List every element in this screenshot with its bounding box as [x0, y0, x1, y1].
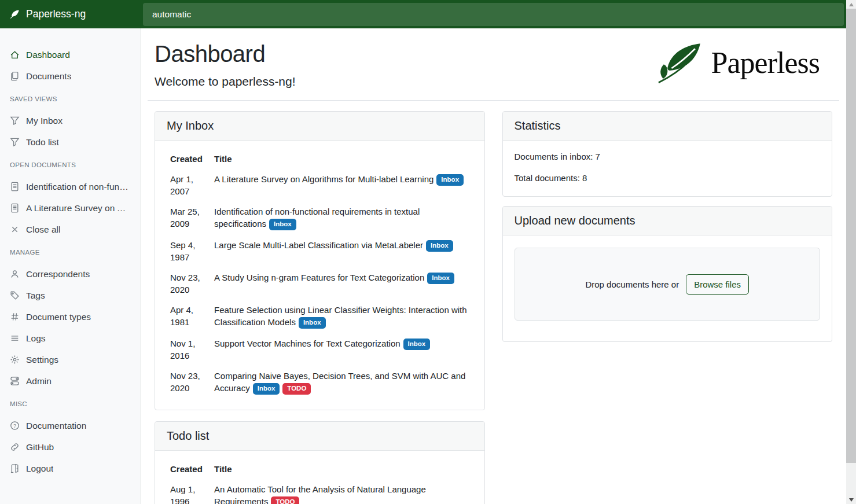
card-body: Created Title Apr 1, 2007 A Literature S…	[155, 141, 484, 410]
sidebar-item-label: Documentation	[26, 420, 86, 432]
document-title-link[interactable]: A Study Using n-gram Features for Text C…	[214, 273, 424, 282]
sidebar-item-logout[interactable]: Logout	[0, 458, 140, 479]
sidebar-item-my-inbox[interactable]: My Inbox	[0, 110, 140, 131]
document-created-date: Sep 4, 1987	[164, 235, 208, 267]
todo-table: Created Title Aug 1, 1996 An Automatic T…	[164, 459, 475, 504]
dashboard-grid: My Inbox Created Title	[155, 111, 832, 504]
document-created-date: Apr 4, 1981	[164, 300, 208, 333]
svg-text:?: ?	[13, 423, 16, 429]
files-icon	[10, 71, 20, 81]
document-title-link[interactable]: Support Vector Machines for Text Categor…	[214, 339, 401, 348]
sidebar-item-label: Todo list	[26, 136, 59, 148]
sidebar-section-open-documents: OPEN DOCUMENTS Identification of non-fun…	[0, 161, 140, 240]
document-title-link[interactable]: Large Scale Multi-Label Classification v…	[214, 240, 423, 250]
document-row[interactable]: Aug 1, 1996 An Automatic Tool for the An…	[164, 479, 475, 504]
sidebar-item-label: A Literature Survey on Algori...	[26, 202, 130, 214]
document-title-link[interactable]: A Literature Survey on Algorithms for Mu…	[214, 174, 433, 184]
page-header-text: Dashboard Welcome to paperless-ng!	[155, 36, 296, 93]
upload-dropzone[interactable]: Drop documents here or Browse files	[515, 248, 821, 321]
welcome-text: Welcome to paperless-ng!	[155, 73, 296, 90]
funnel-icon	[10, 137, 20, 147]
file-text-icon	[10, 182, 20, 192]
tag-badge: TODO	[282, 383, 311, 395]
statistics-card: Statistics Documents in inbox: 7 Total d…	[502, 111, 833, 197]
sidebar-item-label: My Inbox	[26, 115, 63, 127]
column-header-created: Created	[164, 459, 208, 479]
app-root: Paperless-ng Dashboard Documents SAVED V…	[0, 0, 856, 504]
document-row[interactable]: Nov 23, 2020 Comparing Naive Bayes, Deci…	[164, 366, 475, 399]
statistics-line: Documents in inbox: 7	[515, 150, 821, 163]
document-title-link[interactable]: An Automatic Tool for the Analysis of Na…	[214, 484, 426, 504]
header-divider	[148, 100, 839, 101]
document-title-link[interactable]: Feature Selection using Linear Classifie…	[214, 305, 467, 327]
sidebar-item-logs[interactable]: Logs	[0, 328, 140, 349]
sidebar-item-dashboard[interactable]: Dashboard	[0, 44, 140, 65]
sidebar-item-documents[interactable]: Documents	[0, 65, 140, 87]
funnel-icon	[10, 116, 20, 126]
scroll-up-arrow[interactable]	[846, 0, 856, 9]
inbox-table: Created Title Apr 1, 2007 A Literature S…	[164, 149, 475, 399]
page-header: Dashboard Welcome to paperless-ng! Paper…	[155, 36, 832, 93]
sidebar-item-correspondents[interactable]: Correspondents	[0, 263, 140, 285]
sidebar-item-admin[interactable]: Admin	[0, 370, 140, 392]
upload-card: Upload new documents Drop documents here…	[502, 206, 833, 342]
sidebar-section-misc: MISC ? Documentation GitHub Logout	[0, 400, 140, 479]
sidebar-item-label: Correspondents	[26, 268, 90, 280]
sidebar-item-label: Documents	[26, 70, 71, 82]
tag-badge: Inbox	[436, 174, 464, 186]
card-body: Drop documents here or Browse files	[503, 236, 832, 341]
card-title: Upload new documents	[503, 207, 832, 236]
document-row[interactable]: Mar 25, 2009 Identification of non-funct…	[164, 201, 475, 235]
document-row[interactable]: Apr 4, 1981 Feature Selection using Line…	[164, 300, 475, 333]
sidebar-item-label: Document types	[26, 311, 91, 323]
sidebar-item-label: Logout	[26, 462, 53, 474]
tag-badge: Inbox	[269, 219, 296, 230]
logo-wordmark: Paperless	[711, 48, 820, 78]
drop-text: Drop documents here or	[585, 279, 679, 289]
sidebar-item-label: Tags	[26, 289, 45, 301]
document-created-date: Nov 23, 2020	[164, 366, 208, 399]
search-input[interactable]	[143, 3, 844, 26]
tag-badge: Inbox	[426, 240, 453, 252]
tag-icon	[10, 290, 20, 300]
right-column: Statistics Documents in inbox: 7 Total d…	[502, 111, 833, 504]
brand[interactable]: Paperless-ng	[0, 8, 141, 20]
sidebar-item-tags[interactable]: Tags	[0, 285, 140, 306]
sidebar-item-open-document-1[interactable]: Identification of non-functio...	[0, 176, 140, 197]
document-created-date: Nov 1, 2016	[164, 333, 208, 366]
document-row[interactable]: Sep 4, 1987 Large Scale Multi-Label Clas…	[164, 235, 475, 267]
section-title: MISC	[0, 400, 140, 408]
document-created-date: Nov 23, 2020	[164, 267, 208, 300]
page-title: Dashboard	[155, 40, 296, 68]
paperless-logo: Paperless	[657, 42, 820, 84]
scroll-down-arrow[interactable]	[846, 495, 856, 504]
sidebar-item-github[interactable]: GitHub	[0, 436, 140, 458]
section-title: MANAGE	[0, 248, 140, 256]
sidebar-item-document-types[interactable]: Document types	[0, 306, 140, 328]
sidebar-section-saved-views: SAVED VIEWS My Inbox Todo list	[0, 95, 140, 153]
sidebar-item-label: GitHub	[26, 441, 54, 453]
my-inbox-card: My Inbox Created Title	[155, 111, 485, 410]
sidebar-item-todo-list[interactable]: Todo list	[0, 131, 140, 153]
scrollbar[interactable]	[846, 0, 856, 504]
sidebar-item-close-all[interactable]: Close all	[0, 219, 140, 240]
sidebar-section-manage: MANAGE Correspondents Tags Document type…	[0, 248, 140, 392]
document-row[interactable]: Nov 1, 2016 Support Vector Machines for …	[164, 333, 475, 366]
document-row[interactable]: Nov 23, 2020 A Study Using n-gram Featur…	[164, 267, 475, 300]
file-text-icon	[10, 203, 20, 213]
list-icon	[10, 333, 20, 343]
sidebar-item-label: Close all	[26, 223, 60, 236]
document-title-link[interactable]: Identification of non-functional require…	[214, 207, 420, 229]
left-column: My Inbox Created Title	[155, 111, 485, 504]
sidebar-item-settings[interactable]: Settings	[0, 349, 140, 370]
section-title: SAVED VIEWS	[0, 95, 140, 103]
sidebar-item-documentation[interactable]: ? Documentation	[0, 415, 140, 436]
document-row[interactable]: Apr 1, 2007 A Literature Survey on Algor…	[164, 169, 475, 201]
brand-label: Paperless-ng	[26, 8, 86, 20]
sidebar-item-label: Identification of non-functio...	[26, 181, 130, 193]
browse-files-button[interactable]: Browse files	[686, 274, 749, 295]
question-circle-icon: ?	[10, 421, 20, 431]
sidebar-item-open-document-2[interactable]: A Literature Survey on Algori...	[0, 197, 140, 219]
scroll-thumb[interactable]	[846, 9, 856, 463]
todo-list-card: Todo list Created Title	[155, 421, 485, 504]
